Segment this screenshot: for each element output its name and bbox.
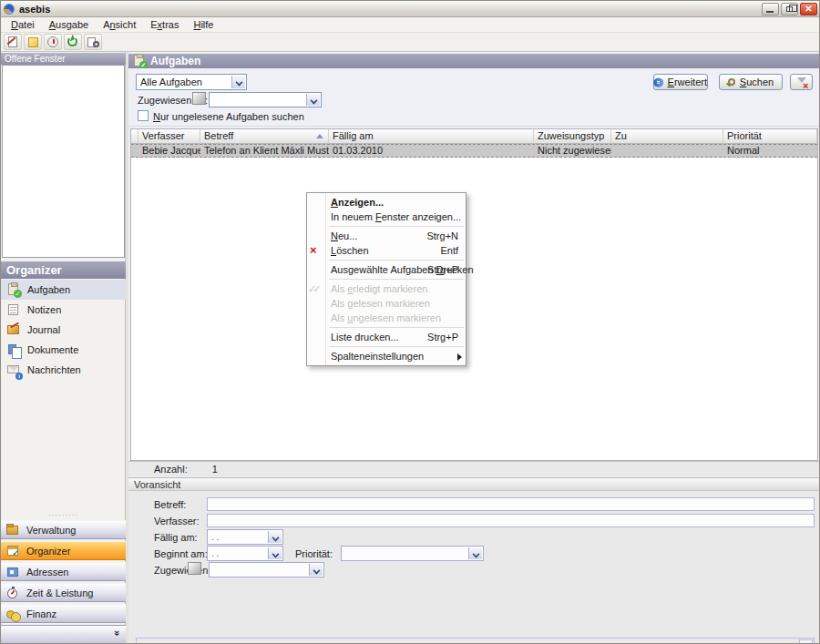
column-header-zu[interactable]: Zu	[611, 129, 723, 144]
clear-filter-button[interactable]	[790, 74, 813, 90]
erweitert-label: Erweitert	[668, 77, 707, 87]
nav-adressen[interactable]: Adressen	[1, 562, 126, 581]
sidebar-item-label: Journal	[27, 324, 60, 335]
refresh-button[interactable]	[64, 34, 82, 50]
minimize-icon	[766, 11, 774, 13]
cell-zu	[611, 145, 723, 157]
menu-extras[interactable]: Extras	[144, 18, 185, 31]
sidebar-item-label: Aufgaben	[27, 284, 70, 295]
tasks-icon: ✓	[132, 54, 147, 68]
chevron-down-icon	[306, 94, 320, 106]
table-row[interactable]: Bebie Jacqueline Telefon an Klient Mäxli…	[131, 144, 817, 158]
column-header-betreff[interactable]: Betreff	[200, 129, 329, 144]
nav-organizer[interactable]: Organizer	[1, 541, 126, 560]
result-count-strip: Anzahl: 1	[128, 461, 819, 476]
column-header-faellig-am[interactable]: Fällig am	[329, 129, 534, 144]
beginnt-am-label: Beginnt am:	[154, 548, 208, 559]
table-header-row: Verfasser Betreff Fällig am Zuweisungsty…	[131, 129, 817, 144]
preview-panel: Betreff: Verfasser: Fällig am: . . Begin…	[128, 491, 819, 644]
column-header-verfasser[interactable]: Verfasser	[138, 129, 200, 144]
sidebar-resize-grip[interactable]: ·········	[1, 511, 126, 519]
search-panel: Alle Aufgaben » Erweitert Suchen Zugewie…	[128, 68, 819, 127]
menu-hilfe[interactable]: Hilfe	[187, 18, 220, 31]
scroll-up-icon[interactable]: ▲	[799, 639, 813, 644]
preview-header: Voransicht	[128, 477, 819, 491]
chevron-down-icon	[268, 547, 282, 559]
sidebar-item-journal[interactable]: Journal	[1, 320, 126, 340]
betreff-label: Betreff:	[154, 499, 186, 510]
menu-als-erledigt: ✓✓Als erledigt markieren	[307, 281, 466, 296]
sidebar-item-aufgaben[interactable]: ✓ Aufgaben	[1, 280, 126, 300]
nav-verwaltung[interactable]: Verwaltung	[1, 520, 126, 539]
restore-button[interactable]	[781, 3, 798, 15]
menu-anzeigen[interactable]: Anzeigen...	[307, 195, 466, 210]
zugewiesen-picker-button[interactable]	[188, 562, 201, 575]
preview-notes-textarea[interactable]: ▲ ▼	[136, 638, 815, 644]
sidebar-item-label: Notizen	[27, 304, 61, 315]
nav-label: Finanz	[26, 608, 56, 619]
unread-only-label: Nur ungelesene Aufgaben suchen	[153, 111, 304, 122]
assigned-to-picker-button[interactable]	[192, 92, 206, 105]
calendar-icon	[5, 544, 20, 558]
context-menu: Anzeigen... In neuem Fenster anzeigen...…	[306, 192, 466, 366]
organizer-header: Organizer	[1, 261, 126, 279]
configure-buttons-chevron-icon[interactable]: »	[112, 630, 123, 636]
journal-icon	[6, 322, 21, 337]
organizer-item-list: ✓ Aufgaben Notizen Journal Dokumente i N…	[1, 280, 126, 380]
prioritaet-combo[interactable]	[341, 546, 484, 561]
tasks-table: Verfasser Betreff Fällig am Zuweisungsty…	[130, 128, 818, 461]
unread-only-checkbox[interactable]	[138, 110, 149, 121]
task-filter-combo[interactable]: Alle Aufgaben	[136, 74, 247, 90]
minimize-button[interactable]	[762, 3, 779, 15]
new-task-button[interactable]	[4, 34, 22, 50]
prioritaet-label: Priorität:	[295, 548, 333, 559]
sidebar-item-notizen[interactable]: Notizen	[1, 300, 126, 320]
clear-filter-icon	[796, 77, 807, 87]
faellig-am-value: . .	[211, 532, 266, 542]
close-button[interactable]: ✕	[800, 3, 817, 15]
menu-loeschen[interactable]: ×LöschenEntf	[307, 243, 466, 258]
menu-spalteneinstellungen[interactable]: Spalteneinstellungen	[307, 349, 466, 363]
faellig-am-label: Fällig am:	[154, 532, 198, 543]
print-preview-button[interactable]	[84, 34, 102, 50]
new-note-icon	[28, 37, 38, 47]
beginnt-am-combo[interactable]: . .	[207, 546, 283, 561]
menu-separator	[329, 279, 464, 280]
stopwatch-icon	[5, 586, 20, 600]
timer-icon	[47, 36, 58, 47]
assigned-to-combo[interactable]	[209, 92, 322, 107]
betreff-field[interactable]	[207, 497, 815, 511]
menu-datei[interactable]: Datei	[5, 18, 41, 31]
timer-button[interactable]	[44, 34, 62, 50]
main-panel: ✓ Aufgaben Alle Aufgaben » Erweitert Suc…	[128, 52, 820, 644]
menu-ausgewaehlte-drucken[interactable]: Ausgewählte Aufgaben DruckenStrg+P	[307, 262, 466, 277]
chevron-down-icon	[231, 76, 245, 88]
cell-faellig-am: 01.03.2010	[329, 145, 534, 157]
sidebar-item-dokumente[interactable]: Dokumente	[1, 340, 126, 360]
sidebar-item-nachrichten[interactable]: i Nachrichten	[1, 360, 126, 380]
suchen-button[interactable]: Suchen	[719, 74, 783, 90]
verfasser-field[interactable]	[207, 514, 815, 527]
nav-finanz[interactable]: Finanz	[1, 604, 126, 623]
menu-ansicht[interactable]: Ansicht	[97, 18, 142, 31]
sort-ascending-icon	[316, 134, 323, 138]
nav-zeit-leistung[interactable]: Zeit & Leistung	[1, 583, 126, 602]
menu-neu[interactable]: Neu...Strg+N	[307, 229, 466, 243]
menu-liste-drucken[interactable]: Liste drucken...Strg+P	[307, 330, 466, 344]
erweitert-button[interactable]: » Erweitert	[653, 74, 708, 90]
new-note-button[interactable]	[24, 34, 42, 50]
notes-scrollbar[interactable]: ▲ ▼	[799, 639, 813, 644]
open-windows-header: Offene Fenster	[1, 53, 126, 65]
address-card-icon	[5, 565, 20, 579]
column-header-gutter	[131, 129, 138, 144]
menu-ausgabe[interactable]: Ausgabe	[43, 18, 95, 31]
menu-in-neuem-fenster[interactable]: In neuem Fenster anzeigen...	[307, 210, 466, 224]
column-header-prioritaet[interactable]: Priorität	[723, 129, 817, 144]
faellig-am-combo[interactable]: . .	[207, 529, 283, 545]
menu-separator	[329, 346, 464, 347]
column-header-zuweisungstyp[interactable]: Zuweisungstyp	[534, 129, 611, 144]
menu-separator	[329, 226, 464, 227]
page-title-bar: ✓ Aufgaben	[128, 54, 819, 68]
page-title: Aufgaben	[150, 55, 200, 67]
zugewiesen-zu-combo[interactable]	[209, 562, 324, 578]
